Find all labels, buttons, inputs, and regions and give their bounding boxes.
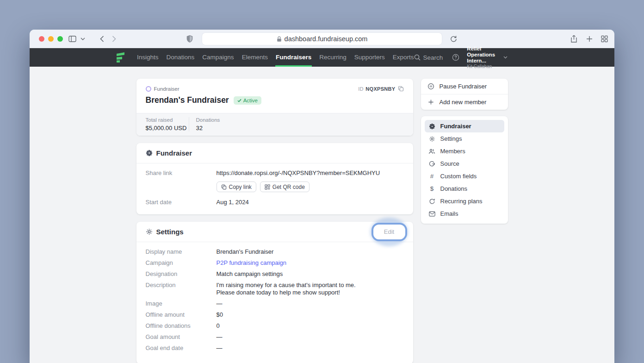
sidebar-column: Pause Fundraiser Add new member	[421, 79, 508, 224]
status-label: Active	[243, 98, 258, 103]
fundraiser-id[interactable]: ID NQXPSNBY	[358, 86, 403, 92]
gear-icon	[428, 136, 436, 142]
edit-button-slot: Edit	[375, 226, 404, 238]
copy-icon	[221, 184, 227, 190]
back-icon[interactable]	[100, 36, 104, 42]
help-icon[interactable]	[452, 54, 459, 61]
sidebar-item-members[interactable]: Members	[425, 145, 504, 157]
section-nav-card: Fundraiser Settings Members	[421, 116, 508, 224]
sidebar-toggle-icon[interactable]	[68, 36, 76, 42]
settings-row-offline-amount: Offline amount $0	[146, 311, 404, 319]
close-window-button[interactable]	[39, 36, 44, 42]
privacy-shield-icon[interactable]	[186, 35, 193, 43]
stats-strip: Total raised $5,000.00 USD Donations 32	[136, 113, 413, 136]
nav-item-supporters[interactable]: Supporters	[354, 48, 385, 67]
settings-row-description: Description I'm raising money for a caus…	[146, 282, 404, 296]
zoom-window-button[interactable]	[57, 36, 63, 42]
share-icon[interactable]	[570, 35, 577, 43]
nav-item-exports[interactable]: Exports	[393, 48, 414, 67]
edit-button[interactable]: Edit	[375, 226, 404, 238]
settings-row-display-name: Display name Brendan's Fundraiser	[146, 248, 404, 256]
copy-link-button[interactable]: Copy link	[217, 182, 256, 192]
status-badge: Active	[234, 96, 261, 105]
sidebar-item-emails[interactable]: Emails	[425, 207, 504, 220]
nav-item-insights[interactable]: Insights	[137, 48, 159, 67]
tab-overview-icon[interactable]	[601, 35, 608, 42]
sidebar-item-source[interactable]: Source	[425, 157, 504, 170]
copy-icon[interactable]	[398, 86, 404, 92]
fundraiseup-logo[interactable]	[117, 52, 125, 63]
stat-total-raised: Total raised $5,000.00 USD	[136, 117, 189, 131]
sidebar-item-settings[interactable]: Settings	[425, 132, 504, 145]
id-label: ID	[358, 86, 363, 92]
settings-row-offline-donations: Offline donations 0	[146, 322, 404, 330]
chevron-down-icon	[503, 56, 508, 59]
nav-item-recurring[interactable]: Recurring	[319, 48, 347, 67]
fundraiser-flower-icon	[428, 123, 436, 130]
start-date-value: Aug 1, 2024	[217, 199, 249, 206]
settings-row-goal-end-date: Goal end date —	[146, 344, 404, 352]
sidebar-item-custom-fields[interactable]: # Custom fields	[425, 170, 504, 182]
app-navbar: Insights Donations Campaigns Elements Fu…	[30, 48, 614, 67]
traffic-lights	[39, 36, 63, 42]
search-icon	[414, 54, 421, 61]
section-title: Settings	[156, 228, 184, 236]
gear-icon	[146, 228, 153, 235]
refresh-icon	[428, 198, 436, 205]
stat-donations: Donations 32	[189, 117, 229, 131]
dollar-icon: $	[428, 186, 436, 192]
settings-row-designation: Designation Match campaign settings	[146, 270, 404, 278]
sidebar-item-recurring-plans[interactable]: Recurring plans	[425, 195, 504, 207]
search-label: Search	[423, 54, 443, 61]
sidebar-item-donations[interactable]: $ Donations	[425, 182, 504, 195]
nav-item-elements[interactable]: Elements	[242, 48, 268, 67]
pause-icon	[427, 83, 435, 90]
breadcrumb: Fundraiser	[146, 86, 180, 92]
account-org-name: Relief Operations Intern...	[467, 46, 501, 64]
reload-icon[interactable]	[450, 35, 457, 43]
account-user-name: Kit Callahan	[467, 64, 501, 69]
settings-row-image: Image —	[146, 300, 404, 307]
start-date-label: Start date	[146, 199, 217, 206]
nav-item-campaigns[interactable]: Campaigns	[202, 48, 234, 67]
actions-card: Pause Fundraiser Add new member	[421, 79, 508, 110]
account-switcher[interactable]: Relief Operations Intern... Kit Callahan	[467, 46, 508, 69]
campaign-link[interactable]: P2P fundraising campaign	[217, 259, 287, 267]
check-icon	[237, 99, 242, 102]
fundraiser-header-card: Fundraiser ID NQXPSNBY Brendan's Fundrai…	[136, 79, 413, 136]
lock-icon	[277, 36, 282, 42]
page-content: Fundraiser ID NQXPSNBY Brendan's Fundrai…	[30, 67, 614, 363]
add-new-member-button[interactable]: Add new member	[421, 94, 508, 110]
minimize-window-button[interactable]	[48, 36, 54, 42]
nav-item-fundraisers[interactable]: Fundraisers	[276, 48, 311, 67]
url-text: dashboard.fundraiseup.com	[285, 35, 368, 43]
search-button[interactable]: Search	[414, 54, 443, 61]
new-tab-icon[interactable]	[586, 36, 593, 42]
share-link-label: Share link	[146, 169, 217, 177]
browser-chrome: dashboard.fundraiseup.com	[30, 30, 614, 48]
source-icon	[428, 161, 436, 167]
plus-icon	[427, 99, 435, 105]
settings-row-campaign: Campaign P2P fundraising campaign	[146, 259, 404, 267]
qr-code-icon	[265, 184, 270, 190]
id-value: NQXPSNBY	[365, 86, 395, 92]
sidebar-item-fundraiser[interactable]: Fundraiser	[425, 120, 504, 132]
main-menu: Insights Donations Campaigns Elements Fu…	[137, 48, 414, 67]
members-icon	[428, 148, 436, 155]
fundraiser-ring-icon	[146, 86, 151, 92]
chevron-down-icon[interactable]	[80, 37, 85, 40]
browser-window: dashboard.fundraiseup.com Insights Donat…	[30, 30, 614, 363]
page-title: Brendan's Fundraiser	[146, 95, 229, 105]
pause-fundraiser-button[interactable]: Pause Fundraiser	[421, 79, 508, 94]
get-qr-code-button[interactable]: Get QR code	[260, 182, 310, 192]
section-title: Fundraiser	[156, 149, 192, 157]
settings-section-card: Settings Edit Display name Brendan's Fun…	[136, 222, 413, 363]
envelope-icon	[428, 211, 436, 217]
forward-icon[interactable]	[112, 36, 116, 42]
fundraiser-flower-icon	[146, 150, 153, 156]
settings-row-goal-amount: Goal amount —	[146, 333, 404, 341]
fundraiser-section-card: Fundraiser Share link https://donate.rop…	[136, 143, 413, 214]
hash-icon: #	[428, 173, 436, 180]
nav-item-donations[interactable]: Donations	[167, 48, 195, 67]
address-bar[interactable]: dashboard.fundraiseup.com	[202, 33, 442, 45]
